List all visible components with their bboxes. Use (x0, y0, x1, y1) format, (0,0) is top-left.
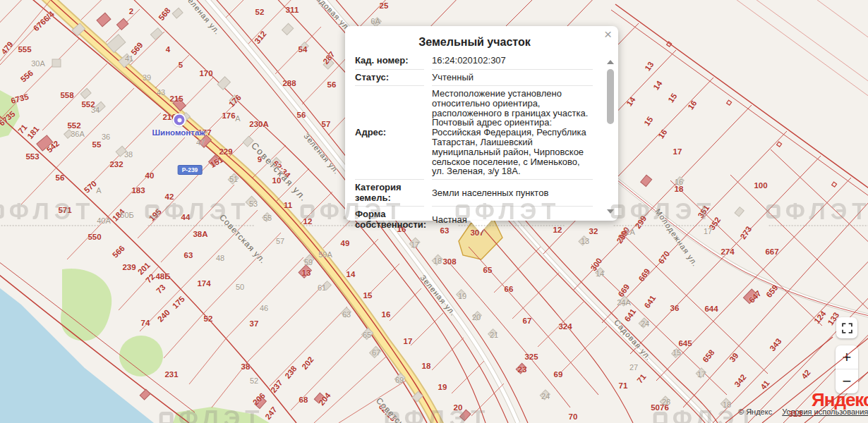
popup-row: Адрес:Местоположение установлено относит… (355, 86, 593, 180)
fullscreen-button[interactable] (836, 317, 857, 338)
popup-pointer (470, 221, 491, 233)
parcel-label: 313 (788, 410, 802, 418)
popup-row: Кад. номер:16:24:020102:307 (355, 53, 593, 70)
tire-service-icon[interactable] (173, 114, 186, 127)
copyright-text: © Яндекс (738, 407, 772, 416)
scroll-down-icon[interactable] (607, 209, 614, 214)
popup-row: Категория земель:Земли населенных пункто… (355, 180, 593, 207)
zoom-control: + − (836, 345, 858, 393)
popup-title: Земельный участок (355, 36, 594, 49)
popup-row: Статус:Учтенный (355, 70, 593, 87)
parcel-info-popup: Земельный участок × Кад. номер:16:24:020… (345, 26, 618, 221)
attribution: © ЯндексУсловия использования (738, 407, 868, 416)
road-number-badge: Р-239 (178, 165, 203, 175)
scrollbar-thumb[interactable] (607, 69, 614, 124)
popup-rows: Кад. номер:16:24:020102:307Статус:Учтенн… (355, 53, 593, 233)
zoom-in-button[interactable]: + (836, 345, 858, 369)
popup-scrollbar[interactable] (606, 60, 615, 214)
scroll-up-icon[interactable] (607, 60, 614, 64)
poi-label[interactable]: Шиномонтаж (152, 128, 205, 137)
fullscreen-icon (842, 323, 852, 333)
close-icon[interactable]: × (604, 27, 612, 42)
